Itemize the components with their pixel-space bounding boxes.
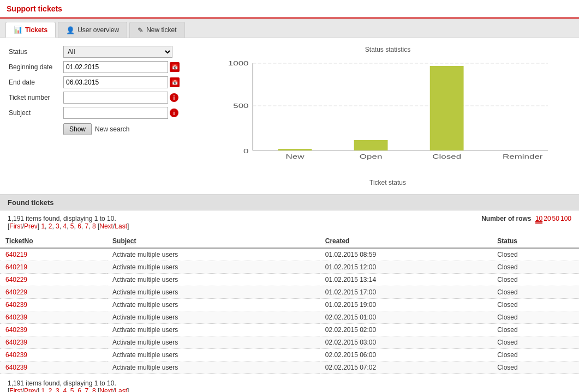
ticket-link[interactable]: 640219 — [5, 263, 27, 271]
found-tickets-header: Found tickets — [0, 195, 579, 210]
ticket-link[interactable]: 640229 — [5, 288, 27, 296]
table-row: 640219 Activate multiple users 01.02.201… — [0, 248, 579, 261]
bottom-page-link-8[interactable]: 8 — [92, 387, 96, 392]
cell-subject: Activate multiple users — [107, 324, 320, 336]
tickets-controls: 1,191 items found, displaying 1 to 10. [… — [0, 210, 579, 232]
ticket-link[interactable]: 640239 — [5, 301, 27, 309]
bottom-page-link-2[interactable]: 2 — [49, 387, 52, 392]
tab-new-ticket[interactable]: ✎ New ticket — [129, 22, 184, 38]
cell-ticketno: 640239 — [0, 324, 107, 336]
next-page-link[interactable]: Next — [99, 222, 113, 230]
chart-title: Status statistics — [211, 46, 565, 53]
page-link-2[interactable]: 2 — [49, 222, 52, 230]
page-link-5[interactable]: 5 — [70, 222, 74, 230]
beginning-date-input[interactable] — [63, 61, 168, 73]
bottom-page-link-3[interactable]: 3 — [56, 387, 59, 392]
beginning-date-calendar-icon[interactable]: 📅 — [170, 62, 180, 72]
cell-created: 01.02.2015 17:00 — [320, 286, 492, 299]
new-search-button[interactable]: New search — [95, 123, 129, 135]
col-ticketno[interactable]: TicketNo — [0, 234, 107, 248]
status-label: Status — [9, 48, 63, 56]
svg-text:500: 500 — [233, 102, 248, 109]
tickets-table: TicketNo Subject Created Status 640219 A… — [0, 234, 579, 374]
col-status[interactable]: Status — [492, 234, 579, 248]
bottom-page-link-4[interactable]: 4 — [63, 387, 67, 392]
table-row: 640239 Activate multiple users 02.02.201… — [0, 349, 579, 361]
status-select[interactable]: All New Open Closed Reminder — [63, 46, 172, 58]
cell-subject: Activate multiple users — [107, 274, 320, 286]
bottom-page-link-5[interactable]: 5 — [70, 387, 74, 392]
beginning-date-control: 📅 — [63, 61, 180, 73]
svg-text:Closed: Closed — [432, 153, 461, 160]
tab-tickets[interactable]: 📊 Tickets — [5, 22, 56, 38]
search-chart-area: Status All New Open Closed Reminder Begi… — [0, 38, 579, 195]
prev-page-link[interactable]: Prev — [24, 222, 38, 230]
subject-input[interactable] — [63, 107, 168, 119]
bottom-page-link-6[interactable]: 6 — [77, 387, 81, 392]
bottom-first-page-link[interactable]: First — [9, 387, 22, 392]
end-date-calendar-icon[interactable]: 📅 — [170, 77, 180, 87]
found-tickets-title: Found tickets — [8, 198, 54, 207]
button-row: Show New search — [9, 123, 194, 135]
first-page-link[interactable]: First — [9, 222, 22, 230]
pagination-links: [First/Prev] 1, 2, 3, 4, 5, 6, 7, 8 [Nex… — [8, 222, 129, 230]
tab-new-ticket-label: New ticket — [146, 26, 176, 34]
ticket-link[interactable]: 640229 — [5, 276, 27, 284]
cell-ticketno: 640239 — [0, 361, 107, 374]
ticket-link[interactable]: 640239 — [5, 326, 27, 334]
show-button[interactable]: Show — [63, 123, 92, 135]
bottom-last-page-link[interactable]: Last — [115, 387, 127, 392]
page-link-7[interactable]: 7 — [85, 222, 89, 230]
last-page-link[interactable]: Last — [115, 222, 127, 230]
cell-subject: Activate multiple users — [107, 361, 320, 374]
col-subject[interactable]: Subject — [107, 234, 320, 248]
ticket-number-input[interactable] — [63, 92, 168, 104]
chart-x-label: Ticket status — [211, 179, 565, 186]
ticket-link[interactable]: 640219 — [5, 251, 27, 258]
svg-text:Reminder: Reminder — [503, 153, 543, 160]
rows-10-link[interactable]: 10 — [535, 215, 542, 224]
table-row: 640219 Activate multiple users 01.02.201… — [0, 261, 579, 274]
cell-ticketno: 640239 — [0, 349, 107, 361]
ticket-link[interactable]: 640239 — [5, 364, 27, 371]
subject-row: Subject i — [9, 107, 194, 119]
cell-subject: Activate multiple users — [107, 261, 320, 274]
col-created[interactable]: Created — [320, 234, 492, 248]
page-link-6[interactable]: 6 — [77, 222, 81, 230]
subject-info-icon[interactable]: i — [170, 108, 178, 117]
bottom-prev-page-link[interactable]: Prev — [24, 387, 38, 392]
cell-created: 02.02.2015 07:02 — [320, 361, 492, 374]
page-link-3[interactable]: 3 — [56, 222, 59, 230]
rows-50-link[interactable]: 50 — [552, 215, 559, 222]
new-ticket-icon: ✎ — [138, 26, 144, 34]
beginning-date-row: Beginning date 📅 — [9, 61, 194, 73]
tab-user-overview[interactable]: 👤 User overview — [58, 22, 127, 38]
status-row: Status All New Open Closed Reminder — [9, 46, 194, 58]
cell-created: 01.02.2015 13:14 — [320, 274, 492, 286]
cell-ticketno: 640219 — [0, 261, 107, 274]
page-link-8[interactable]: 8 — [92, 222, 96, 230]
rows-control: Number of rows 102050100 — [481, 215, 571, 222]
bottom-next-page-link[interactable]: Next — [99, 387, 113, 392]
bottom-page-link-7[interactable]: 7 — [85, 387, 89, 392]
cell-ticketno: 640239 — [0, 336, 107, 349]
cell-created: 02.02.2015 03:00 — [320, 336, 492, 349]
rows-20-link[interactable]: 20 — [544, 215, 551, 222]
bottom-page-link-1[interactable]: 1 — [41, 387, 45, 392]
page-link-1[interactable]: 1 — [41, 222, 45, 230]
cell-ticketno: 640219 — [0, 248, 107, 261]
ticket-number-label: Ticket number — [9, 94, 63, 101]
bottom-pagination-links: [First/Prev] 1, 2, 3, 4, 5, 6, 7, 8 [Nex… — [8, 387, 129, 392]
status-control: All New Open Closed Reminder — [63, 46, 172, 58]
svg-rect-7 — [278, 149, 312, 150]
end-date-input[interactable] — [63, 76, 168, 88]
svg-rect-11 — [430, 66, 464, 150]
cell-status: Closed — [492, 349, 579, 361]
ticket-number-info-icon[interactable]: i — [170, 93, 178, 102]
rows-100-link[interactable]: 100 — [560, 215, 571, 222]
page-link-4[interactable]: 4 — [63, 222, 67, 230]
ticket-link[interactable]: 640239 — [5, 313, 27, 321]
ticket-link[interactable]: 640239 — [5, 339, 27, 346]
ticket-link[interactable]: 640239 — [5, 351, 27, 359]
cell-status: Closed — [492, 336, 579, 349]
